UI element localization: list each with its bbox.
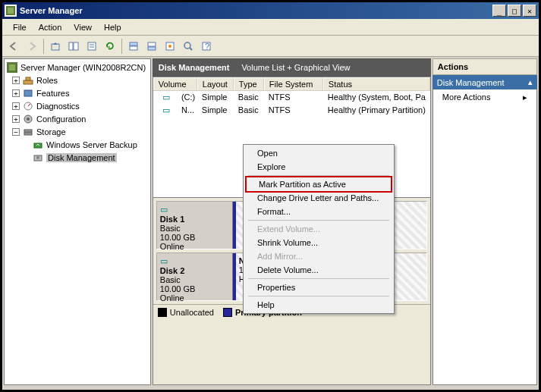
disk-info: ▭ Disk 2 Basic 10.00 GB Online — [157, 253, 233, 300]
actions-section[interactable]: Disk Management ▴ — [432, 75, 537, 89]
svg-rect-1 — [8, 8, 14, 14]
tree-backup[interactable]: Windows Server Backup — [6, 138, 149, 151]
tree-roles[interactable]: + Roles — [6, 74, 149, 86]
disk-icon: ▭ — [160, 205, 168, 214]
ctx-format[interactable]: Format... — [245, 205, 392, 218]
tree-configuration[interactable]: + Configuration — [6, 112, 149, 125]
expand-icon[interactable]: + — [12, 77, 20, 84]
view-top-button[interactable] — [125, 38, 142, 55]
svg-text:?: ? — [205, 42, 209, 51]
col-filesystem[interactable]: File System — [264, 77, 323, 90]
svg-rect-21 — [26, 77, 30, 80]
volume-header: Volume Layout Type File System Status — [153, 77, 430, 91]
collapse-icon[interactable]: − — [12, 128, 20, 136]
tree-root[interactable]: Server Manager (WIN2008R2CN) — [6, 61, 149, 74]
svg-rect-19 — [9, 64, 15, 71]
minimize-button[interactable]: _ — [492, 5, 506, 17]
titlebar: Server Manager _ □ ✕ — [2, 2, 539, 19]
ctx-extend: Extend Volume... — [245, 222, 392, 236]
context-menu: Open Explore Mark Partition as Active Ch… — [243, 144, 395, 314]
svg-rect-11 — [148, 47, 156, 50]
tree-features[interactable]: + Features — [6, 86, 149, 99]
ctx-mark-active[interactable]: Mark Partition as Active — [247, 177, 391, 191]
view-bottom-button[interactable] — [143, 38, 160, 55]
center-header: Disk Management Volume List + Graphical … — [153, 58, 431, 77]
svg-rect-2 — [52, 44, 59, 50]
svg-rect-9 — [130, 46, 137, 50]
actions-pane: Actions Disk Management ▴ More Actions ▸ — [432, 58, 537, 385]
ctx-mirror: Add Mirror... — [245, 249, 392, 263]
show-hide-button[interactable] — [65, 38, 82, 55]
more-actions[interactable]: More Actions ▸ — [433, 89, 536, 105]
menu-action[interactable]: Action — [33, 21, 68, 33]
legend-swatch-unallocated — [158, 308, 167, 317]
tree-diskmgmt[interactable]: Disk Management — [6, 151, 149, 164]
svg-rect-27 — [24, 133, 32, 135]
find-button[interactable] — [180, 38, 197, 55]
col-status[interactable]: Status — [323, 77, 430, 90]
ctx-properties[interactable]: Properties — [245, 281, 392, 294]
volume-row[interactable]: ▭ (C:) Simple Basic NTFS Healthy (System… — [153, 91, 430, 104]
svg-rect-26 — [24, 130, 32, 132]
tree-pane: Server Manager (WIN2008R2CN) + Roles + F… — [4, 58, 151, 385]
chevron-right-icon: ▸ — [523, 93, 527, 102]
col-layout[interactable]: Layout — [197, 77, 234, 90]
volume-row[interactable]: ▭ N... Simple Basic NTFS Healthy (Primar… — [153, 104, 430, 117]
ctx-change-letter[interactable]: Change Drive Letter and Paths... — [245, 191, 392, 205]
maximize-button[interactable]: □ — [508, 5, 521, 17]
svg-rect-4 — [74, 42, 78, 50]
disk-info: ▭ Disk 1 Basic 10.00 GB Online — [157, 202, 233, 249]
settings-button[interactable] — [162, 38, 178, 55]
forward-button[interactable] — [24, 38, 40, 55]
up-button[interactable] — [47, 38, 64, 55]
expand-icon[interactable]: + — [12, 102, 20, 110]
drive-icon: ▭ — [158, 105, 175, 115]
menu-view[interactable]: View — [68, 21, 98, 33]
menu-help[interactable]: Help — [98, 21, 127, 33]
ctx-delete[interactable]: Delete Volume... — [245, 263, 392, 277]
refresh-button[interactable] — [102, 38, 118, 55]
svg-rect-8 — [130, 42, 137, 45]
svg-rect-3 — [69, 42, 73, 50]
expand-icon[interactable]: + — [12, 115, 20, 123]
svg-rect-22 — [24, 90, 32, 96]
actions-title: Actions — [432, 58, 537, 75]
close-button[interactable]: ✕ — [523, 5, 536, 17]
properties-button[interactable] — [83, 38, 100, 55]
svg-point-14 — [184, 42, 190, 49]
svg-rect-10 — [148, 42, 156, 46]
chevron-up-icon: ▴ — [528, 77, 533, 87]
ctx-open[interactable]: Open — [245, 146, 392, 160]
legend-swatch-primary — [223, 308, 232, 317]
toolbar: ? — [2, 36, 539, 57]
drive-icon: ▭ — [158, 92, 175, 102]
svg-rect-5 — [88, 42, 96, 50]
window-title: Server Manager — [20, 6, 492, 15]
ctx-explore[interactable]: Explore — [245, 160, 392, 174]
ctx-shrink[interactable]: Shrink Volume... — [245, 236, 392, 249]
expand-icon[interactable]: + — [12, 89, 20, 97]
back-button[interactable] — [5, 38, 22, 55]
col-type[interactable]: Type — [234, 77, 264, 90]
app-icon — [5, 5, 17, 17]
ctx-help[interactable]: Help — [245, 298, 392, 312]
disk-icon: ▭ — [160, 256, 168, 265]
svg-point-30 — [36, 156, 39, 159]
svg-line-15 — [190, 48, 192, 50]
menubar: File Action View Help — [2, 19, 539, 36]
menu-file[interactable]: File — [7, 21, 33, 33]
tree-storage[interactable]: − Storage — [6, 125, 149, 138]
help-button[interactable]: ? — [198, 38, 215, 55]
svg-point-13 — [168, 45, 171, 48]
svg-point-25 — [27, 118, 30, 121]
svg-rect-20 — [24, 80, 33, 84]
col-volume[interactable]: Volume — [153, 77, 197, 90]
center-subtitle: Volume List + Graphical View — [241, 63, 350, 72]
center-title: Disk Management — [159, 63, 230, 72]
tree-root-label: Server Manager (WIN2008R2CN) — [20, 63, 146, 72]
tree-diagnostics[interactable]: + Diagnostics — [6, 99, 149, 112]
